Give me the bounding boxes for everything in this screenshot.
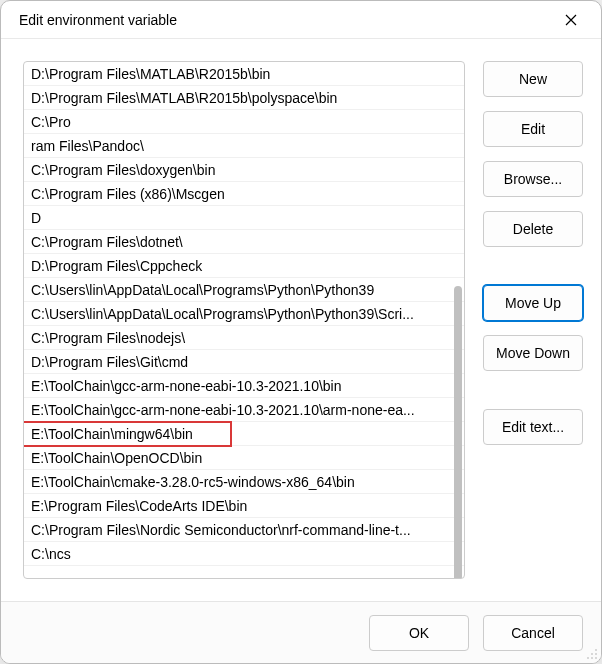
move-up-button[interactable]: Move Up	[483, 285, 583, 321]
edit-button[interactable]: Edit	[483, 111, 583, 147]
scrollbar-thumb[interactable]	[454, 286, 462, 579]
list-item[interactable]: C:\Pro	[24, 110, 464, 134]
svg-point-1	[591, 653, 593, 655]
list-item[interactable]: C:\Program Files\dotnet\	[24, 230, 464, 254]
list-item[interactable]: E:\ToolChain\cmake-3.28.0-rc5-windows-x8…	[24, 470, 464, 494]
list-item[interactable]: C:\Program Files\nodejs\	[24, 326, 464, 350]
move-down-button[interactable]: Move Down	[483, 335, 583, 371]
svg-point-5	[595, 657, 597, 659]
close-icon	[565, 14, 577, 26]
list-item[interactable]: D:\Program Files\Git\cmd	[24, 350, 464, 374]
list-item[interactable]: D:\Program Files\Cppcheck	[24, 254, 464, 278]
svg-point-0	[595, 649, 597, 651]
list-item[interactable]: C:\ncs	[24, 542, 464, 566]
list-item[interactable]: C:\Users\lin\AppData\Local\Programs\Pyth…	[24, 278, 464, 302]
svg-point-2	[595, 653, 597, 655]
edit-env-var-dialog: Edit environment variable D:\Program Fil…	[0, 0, 602, 664]
browse-button[interactable]: Browse...	[483, 161, 583, 197]
path-list[interactable]: D:\Program Files\MATLAB\R2015b\binD:\Pro…	[23, 61, 465, 579]
list-item[interactable]: C:\Program Files\Nordic Semiconductor\nr…	[24, 518, 464, 542]
list-item[interactable]: E:\ToolChain\mingw64\bin	[24, 422, 464, 446]
svg-point-4	[591, 657, 593, 659]
list-item[interactable]: E:\Program Files\CodeArts IDE\bin	[24, 494, 464, 518]
resize-grip-icon[interactable]	[586, 648, 598, 660]
list-item[interactable]: C:\Users\lin\AppData\Local\Programs\Pyth…	[24, 302, 464, 326]
list-item[interactable]: E:\ToolChain\OpenOCD\bin	[24, 446, 464, 470]
edit-text-button[interactable]: Edit text...	[483, 409, 583, 445]
footer: OK Cancel	[1, 601, 601, 663]
list-item[interactable]: D	[24, 206, 464, 230]
title-bar: Edit environment variable	[1, 1, 601, 39]
list-container: D:\Program Files\MATLAB\R2015b\binD:\Pro…	[23, 61, 465, 591]
cancel-button[interactable]: Cancel	[483, 615, 583, 651]
content-area: D:\Program Files\MATLAB\R2015b\binD:\Pro…	[1, 39, 601, 601]
ok-button[interactable]: OK	[369, 615, 469, 651]
list-item[interactable]: C:\Program Files (x86)\Mscgen	[24, 182, 464, 206]
list-item[interactable]: D:\Program Files\MATLAB\R2015b\polyspace…	[24, 86, 464, 110]
svg-point-3	[587, 657, 589, 659]
list-item[interactable]: ram Files\Pandoc\	[24, 134, 464, 158]
close-button[interactable]	[555, 4, 587, 36]
side-buttons: New Edit Browse... Delete Move Up Move D…	[483, 61, 583, 591]
list-item[interactable]: D:\Program Files\MATLAB\R2015b\bin	[24, 62, 464, 86]
list-item[interactable]: E:\ToolChain\gcc-arm-none-eabi-10.3-2021…	[24, 374, 464, 398]
dialog-title: Edit environment variable	[19, 12, 177, 28]
new-button[interactable]: New	[483, 61, 583, 97]
list-item[interactable]: C:\Program Files\doxygen\bin	[24, 158, 464, 182]
list-item[interactable]: E:\ToolChain\gcc-arm-none-eabi-10.3-2021…	[24, 398, 464, 422]
delete-button[interactable]: Delete	[483, 211, 583, 247]
